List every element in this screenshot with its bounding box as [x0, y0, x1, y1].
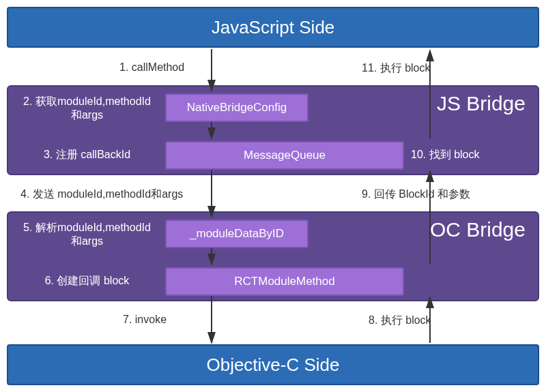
step-4-label: 4. 发送 moduleId,methodId和args — [20, 187, 183, 202]
step-10-label: 10. 找到 block — [411, 148, 534, 162]
module-data-by-id-label: _moduleDataByID — [190, 227, 284, 241]
native-bridge-config-label: NativeBridgeConfig — [187, 101, 287, 115]
rct-module-method-box: RCTModuleMethod — [165, 267, 404, 296]
rct-module-method-label: RCTModuleMethod — [234, 275, 334, 288]
step-1-label: 1. callMethod — [119, 61, 184, 74]
step-2-label-line2: 和args — [14, 108, 160, 123]
step-8-label: 8. 执行 block — [369, 314, 431, 328]
oc-bridge-container: OC Bridge _moduleDataByID RCTModuleMetho… — [7, 211, 539, 301]
native-bridge-config-box: NativeBridgeConfig — [165, 93, 308, 122]
js-bridge-container: JS Bridge NativeBridgeConfig MessageQueu… — [7, 85, 539, 175]
js-bridge-title: JS Bridge — [437, 92, 526, 115]
objective-c-side-title: Objective-C Side — [206, 355, 339, 375]
message-queue-box: MessageQueue — [165, 141, 404, 170]
module-data-by-id-box: _moduleDataByID — [165, 220, 308, 248]
javascript-side-box: JavaScript Side — [7, 7, 539, 48]
objective-c-side-box: Objective-C Side — [7, 344, 539, 385]
step-3-label: 3. 注册 callBackId — [14, 148, 160, 162]
step-5-label-line2: 和args — [14, 235, 160, 249]
message-queue-label: MessageQueue — [244, 149, 326, 162]
oc-bridge-title: OC Bridge — [430, 218, 526, 241]
step-5-label-line1: 5. 解析moduleId,methodId — [14, 221, 160, 235]
step-9-label: 9. 回传 BlockId 和参数 — [362, 187, 470, 202]
javascript-side-title: JavaScript Side — [212, 17, 335, 37]
step-2-label-line1: 2. 获取moduleId,methodId — [14, 95, 160, 109]
step-11-label: 11. 执行 block — [362, 61, 430, 76]
step-6-label: 6. 创建回调 block — [14, 274, 160, 288]
step-7-label: 7. invoke — [123, 314, 167, 326]
